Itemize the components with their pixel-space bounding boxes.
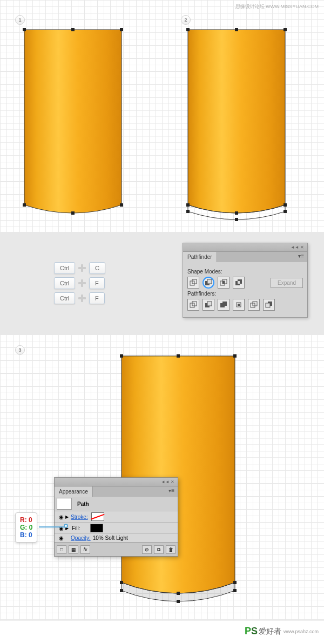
appearance-stroke-row[interactable]: ◉ ▶ Stroke: — [55, 511, 178, 523]
svg-rect-44 — [233, 589, 237, 592]
key-ctrl: Ctrl — [54, 262, 75, 274]
stroke-label[interactable]: Stroke: — [71, 514, 88, 520]
svg-rect-0 — [23, 28, 26, 31]
clear-icon[interactable]: ⊘ — [142, 545, 152, 554]
svg-rect-21 — [222, 281, 225, 284]
svg-rect-45 — [177, 600, 180, 603]
keyboard-shortcuts: Ctrl C Ctrl F Ctrl F — [54, 259, 105, 307]
svg-rect-2 — [120, 28, 123, 31]
stroke-swatch-none[interactable] — [91, 512, 104, 521]
svg-rect-11 — [235, 211, 238, 215]
panel-header[interactable]: ◄◄ ✕ — [183, 243, 307, 252]
trim-icon[interactable] — [202, 299, 214, 311]
panel-menu-icon[interactable]: ▾≡ — [295, 252, 307, 262]
svg-rect-4 — [120, 203, 123, 207]
shortcut-row: Ctrl F — [54, 277, 105, 289]
shortcut-row: Ctrl F — [54, 292, 105, 304]
tutorial-step-3: 3 ◄◄ ✕ Appearance ▾≡ Path ◉ — [0, 334, 324, 620]
shape-modes-label: Shape Modes: — [187, 269, 303, 275]
footer-tag: 爱好者 — [259, 627, 281, 636]
pathfinder-tab[interactable]: Pathfinder — [183, 252, 217, 262]
visibility-icon[interactable]: ◉ — [57, 514, 65, 520]
outline-icon[interactable] — [248, 299, 260, 311]
appearance-rows: Path ◉ ▶ Stroke: ◉ ▶ Fill: ◉ Opacity: 10… — [55, 497, 178, 543]
new-art-icon[interactable]: □ — [57, 545, 66, 554]
svg-rect-36 — [266, 303, 270, 307]
path-label: Path — [77, 501, 89, 507]
expand-triangle-icon[interactable]: ▶ — [65, 515, 71, 519]
shortcut-row: Ctrl C — [54, 262, 105, 274]
panel-header[interactable]: ◄◄ ✕ — [55, 478, 178, 487]
key-c: C — [89, 262, 105, 274]
svg-rect-41 — [233, 581, 237, 584]
duplicate-icon[interactable]: ⧉ — [154, 545, 164, 554]
svg-rect-39 — [233, 354, 237, 358]
key-ctrl: Ctrl — [54, 277, 75, 289]
footer-url: www.psahz.com — [284, 629, 319, 634]
svg-rect-32 — [238, 304, 240, 306]
svg-rect-38 — [177, 354, 180, 358]
pathfinder-panel[interactable]: ◄◄ ✕ Pathfinder ▾≡ Shape Modes: Expand P… — [183, 243, 308, 318]
minus-front-icon[interactable] — [202, 277, 214, 289]
appearance-panel[interactable]: ◄◄ ✕ Appearance ▾≡ Path ◉ ▶ Stroke: ◉ ▶ … — [54, 477, 178, 557]
svg-rect-28 — [207, 302, 212, 306]
svg-rect-24 — [238, 281, 240, 284]
panel-tabs: Pathfinder ▾≡ — [183, 252, 307, 262]
rgb-callout: R: 0 G: 0 B: 0 — [15, 512, 37, 543]
visibility-icon[interactable]: ◉ — [57, 535, 65, 541]
fill-swatch-black[interactable] — [90, 524, 103, 532]
crop-icon[interactable] — [233, 299, 245, 311]
panel-collapse-icons[interactable]: ◄◄ ✕ — [161, 479, 174, 484]
fill-label: Fill: — [72, 525, 80, 531]
svg-rect-1 — [71, 28, 75, 31]
panel-tabs: Appearance ▾≡ — [55, 487, 178, 497]
svg-rect-40 — [120, 581, 123, 584]
svg-rect-18 — [207, 279, 212, 284]
callout-connector — [39, 526, 65, 527]
appearance-footer: □ ▦ fx ⊘ ⧉ 🗑 — [55, 543, 178, 556]
panel-body: Shape Modes: Expand Pathfinders: — [183, 262, 307, 317]
svg-rect-8 — [284, 28, 287, 31]
merge-icon[interactable] — [218, 299, 230, 311]
exclude-icon[interactable] — [233, 277, 245, 289]
svg-rect-12 — [186, 210, 190, 213]
svg-rect-13 — [284, 210, 287, 213]
appearance-path-row[interactable]: Path — [55, 497, 178, 511]
appearance-opacity-row[interactable]: ◉ Opacity: 10% Soft Light — [55, 534, 178, 543]
plus-icon — [78, 279, 86, 287]
shortcuts-and-pathfinder: Ctrl C Ctrl F Ctrl F ◄◄ ✕ Pathfinder ▾≡ … — [0, 232, 324, 334]
opacity-label[interactable]: Opacity: — [71, 535, 91, 541]
svg-rect-7 — [235, 28, 238, 31]
appearance-fill-row[interactable]: ◉ ▶ Fill: — [55, 523, 178, 534]
delete-icon[interactable]: 🗑 — [166, 545, 176, 554]
pathfinders-label: Pathfinders: — [187, 291, 303, 297]
panel-menu-icon[interactable]: ▾≡ — [165, 487, 178, 497]
expand-button[interactable]: Expand — [271, 278, 303, 288]
panel-collapse-icons[interactable]: ◄◄ ✕ — [291, 245, 304, 250]
layer-icon[interactable]: ▦ — [69, 545, 78, 554]
svg-rect-30 — [222, 302, 227, 306]
rgb-g: G: 0 — [20, 524, 32, 531]
key-ctrl: Ctrl — [54, 292, 75, 304]
key-f: F — [89, 292, 105, 304]
svg-rect-5 — [71, 211, 75, 215]
minus-back-icon[interactable] — [263, 299, 275, 311]
svg-rect-42 — [177, 592, 180, 595]
svg-rect-9 — [186, 203, 190, 207]
path-thumbnail — [57, 498, 72, 510]
rgb-r: R: 0 — [20, 516, 32, 524]
intersect-icon[interactable] — [218, 277, 230, 289]
svg-rect-6 — [186, 28, 190, 31]
fx-icon[interactable]: fx — [80, 545, 90, 554]
opacity-value: 10% Soft Light — [93, 535, 128, 541]
divide-icon[interactable] — [187, 299, 199, 311]
plus-icon — [78, 294, 86, 302]
unite-icon[interactable] — [187, 277, 199, 289]
key-f: F — [89, 277, 105, 289]
plus-icon — [78, 264, 86, 272]
svg-rect-14 — [235, 218, 238, 221]
callout-dot — [64, 524, 68, 528]
svg-rect-43 — [120, 589, 123, 592]
svg-rect-10 — [284, 203, 287, 207]
appearance-tab[interactable]: Appearance — [55, 487, 93, 497]
